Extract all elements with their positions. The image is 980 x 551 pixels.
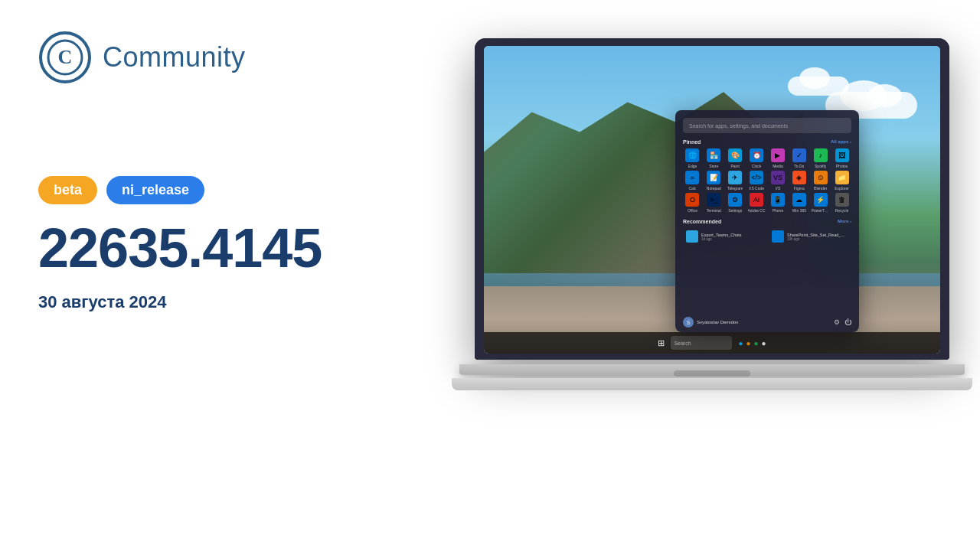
app-recycle[interactable]: 🗑 Recycle [832, 193, 851, 213]
rec-teams-icon [686, 230, 698, 243]
recommended-grid: Export_Teams_Chats 1d ago SharePoint_Sit… [683, 228, 851, 245]
app-clock[interactable]: ⏰ Clock [747, 148, 766, 168]
paint-icon: 🎨 [728, 148, 742, 162]
app-powertoys[interactable]: ⚡ PowerToys [811, 193, 830, 213]
app-explorer[interactable]: 📁 Explorer [832, 171, 851, 191]
laptop-screen: Search for apps, settings, and documents… [484, 46, 940, 354]
all-apps-link[interactable]: All apps › [831, 139, 851, 145]
laptop-base-bottom [452, 378, 972, 390]
spotify-icon: ♪ [814, 148, 828, 162]
taskbar-icon-4[interactable]: ● [762, 339, 766, 347]
visualstudio-icon: VS [771, 171, 785, 184]
app-win365[interactable]: ☁ Win 365 [789, 193, 808, 213]
right-panel: Search for apps, settings, and documents… [444, 0, 980, 551]
cloud-2 [788, 77, 849, 96]
app-vscode[interactable]: </> VS Code [747, 171, 766, 191]
app-blender[interactable]: ⊙ Blender [811, 171, 830, 191]
ni-release-badge: ni_release [106, 176, 204, 204]
svg-text:C: C [58, 46, 73, 68]
power-btn[interactable]: ⏻ [844, 318, 851, 326]
phone-link-icon: 📱 [771, 193, 785, 207]
start-menu-search[interactable]: Search for apps, settings, and documents [683, 118, 851, 133]
file-explorer-icon: 📁 [835, 171, 849, 184]
footer-actions: ⚙ ⏻ [834, 318, 851, 326]
app-media-player[interactable]: ▶ Media [769, 148, 788, 168]
vscode-icon: </> [750, 171, 763, 184]
version-number: 22635.4145 [38, 218, 452, 279]
more-link[interactable]: More › [838, 219, 851, 224]
app-calculator[interactable]: = Calc [683, 171, 702, 191]
app-notepad[interactable]: 📝 Notepad [704, 171, 724, 191]
left-panel: C Community beta ni_release 22635.4145 3… [0, 0, 490, 551]
recommended-label: Recommended [683, 219, 721, 224]
laptop-mockup: Search for apps, settings, and documents… [452, 15, 972, 536]
taskbar-icon-2[interactable]: ● [746, 339, 750, 347]
recycle-bin-icon: 🗑 [835, 193, 849, 207]
user-info[interactable]: S Svyatoslav Demidov [683, 317, 738, 328]
telegram-icon: ✈ [728, 171, 742, 184]
app-figma[interactable]: ◈ Figma [789, 171, 808, 191]
app-office[interactable]: O Office [683, 193, 702, 213]
laptop-base [452, 364, 972, 395]
rec-item-0[interactable]: Export_Teams_Chats 1d ago [683, 228, 766, 245]
settings-icon: ⚙ [728, 193, 742, 207]
app-photos[interactable]: 🖼 Photos [832, 148, 851, 168]
taskbar: ⊞ Search ● ● ● ● [484, 332, 940, 354]
start-footer: S Svyatoslav Demidov ⚙ ⏻ [683, 317, 851, 328]
pinned-label: Pinned [683, 139, 701, 145]
beta-badge: beta [38, 176, 97, 204]
community-logo-icon: C [38, 31, 92, 84]
badges-container: beta ni_release [38, 176, 452, 204]
recommended-section-header: Recommended More › [683, 219, 851, 224]
media-player-icon: ▶ [771, 148, 785, 162]
app-telegram[interactable]: ✈ Telegram [726, 171, 745, 191]
photos-icon: 🖼 [835, 148, 849, 162]
release-date: 30 августа 2024 [38, 292, 452, 312]
clock-icon: ⏰ [750, 148, 763, 162]
figma-icon: ◈ [792, 171, 806, 184]
pinned-apps-grid: 🌐 Edge 🏪 Store 🎨 Paint [683, 148, 851, 213]
app-todo[interactable]: ✓ To Do [789, 148, 808, 168]
app-spotify[interactable]: ♪ Spotify [811, 148, 830, 168]
taskbar-icon-3[interactable]: ● [754, 339, 759, 347]
rec-sharepoint-icon [772, 230, 784, 243]
edge-icon: 🌐 [685, 148, 699, 162]
app-store[interactable]: 🏪 Store [704, 148, 724, 168]
taskbar-search-text: Search [674, 341, 691, 346]
user-avatar: S [683, 317, 694, 328]
logo-area: C Community [38, 31, 452, 84]
start-search-placeholder: Search for apps, settings, and documents [689, 123, 788, 129]
app-edge[interactable]: 🌐 Edge [683, 148, 702, 168]
taskbar-icon-1[interactable]: ● [738, 339, 743, 347]
taskbar-search[interactable]: Search [671, 336, 732, 350]
powertoys-icon: ⚡ [814, 193, 828, 207]
settings-footer-btn[interactable]: ⚙ [834, 318, 840, 326]
notepad-icon: 📝 [707, 171, 720, 184]
start-menu: Search for apps, settings, and documents… [675, 110, 859, 332]
rec-item-1[interactable]: SharePoint_Site_Set_Read_Only_All 19h ag… [769, 228, 851, 245]
logo-text: Community [103, 41, 246, 73]
store-icon: 🏪 [707, 148, 720, 162]
laptop-bezel: Search for apps, settings, and documents… [475, 38, 949, 360]
laptop-trackpad [674, 370, 750, 377]
pinned-section-header: Pinned All apps › [683, 139, 851, 145]
terminal-icon: >_ [707, 193, 720, 207]
rec-time-1: 19h ago [787, 237, 848, 241]
app-settings[interactable]: ⚙ Settings [726, 193, 745, 213]
adobe-icon: Ai [750, 193, 763, 207]
office-icon: O [685, 193, 699, 207]
blender-icon: ⊙ [814, 171, 828, 184]
calculator-icon: = [685, 171, 699, 184]
rec-time-0: 1d ago [701, 237, 742, 241]
app-vs[interactable]: VS VS [769, 171, 788, 191]
todo-icon: ✓ [792, 148, 806, 162]
user-name: Svyatoslav Demidov [697, 320, 738, 324]
laptop-screen-outer: Search for apps, settings, and documents… [475, 38, 949, 360]
app-phone[interactable]: 📱 Phone [769, 193, 788, 213]
windows365-icon: ☁ [792, 193, 806, 207]
app-terminal[interactable]: >_ Terminal [704, 193, 724, 213]
app-paint[interactable]: 🎨 Paint [726, 148, 745, 168]
start-button[interactable]: ⊞ [658, 338, 665, 348]
app-adobe[interactable]: Ai Adobe CC [747, 193, 766, 213]
